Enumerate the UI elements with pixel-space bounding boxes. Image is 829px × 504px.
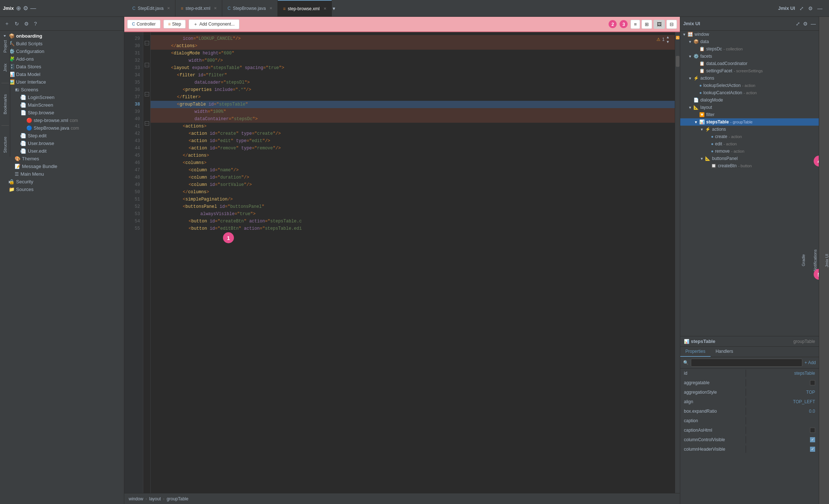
ctree-buttonspanel[interactable]: ▼ 📐 buttonsPanel	[680, 155, 819, 162]
code-line-40[interactable]: dataContainer="stepsDc">	[151, 115, 675, 123]
prop-value[interactable]: TOP_LEFT	[746, 398, 819, 405]
code-line-48[interactable]: <column id="duration"/>	[151, 174, 675, 181]
code-line-33[interactable]: <layout expand="stepsTable" spacing="tru…	[151, 64, 675, 72]
code-line-44[interactable]: <action id="remove" type="remove"/>	[151, 145, 675, 152]
code-line-35[interactable]: dataLoader="stepsDl">	[151, 79, 675, 86]
tab-close-icon[interactable]: ✕	[167, 6, 170, 10]
project-tab[interactable]: Project	[3, 40, 7, 53]
captionashtml-checkbox[interactable]	[810, 428, 815, 433]
code-line-32[interactable]: width="800"/>	[151, 57, 675, 64]
tab-handlers[interactable]: Handlers	[711, 347, 738, 357]
label-jmixui[interactable]: Jmix UI	[825, 254, 829, 267]
ctree-lookupcancelaction[interactable]: ● lookupCancelAction - action	[680, 89, 819, 96]
code-line-41[interactable]: <actions>	[151, 123, 675, 130]
code-line-51[interactable]: <simplePagination/>	[151, 196, 675, 203]
ctree-layout[interactable]: ▼ 📐 layout	[680, 104, 819, 111]
image-view-btn[interactable]: 🖼	[654, 20, 665, 29]
tab-stepedidjava[interactable]: C StepEdit.java ✕	[127, 0, 175, 16]
code-line-37[interactable]: </filter>	[151, 93, 675, 101]
code-line-46[interactable]: <columns>	[151, 159, 675, 167]
gutter-fold4[interactable]: —	[143, 120, 150, 127]
settings-icon[interactable]: ⚙	[23, 5, 28, 12]
ctree-createbtn[interactable]: 🔲 createBtn - button	[680, 162, 819, 169]
code-line-50[interactable]: </columns>	[151, 188, 675, 196]
breadcrumb-grouptable[interactable]: groupTable	[167, 496, 188, 501]
code-line-38[interactable]: <groupTable id="stepsTable"	[151, 101, 675, 108]
settings-icon[interactable]: ⚙	[807, 5, 814, 12]
jmix-tab[interactable]: Jmix	[3, 64, 7, 72]
tab-stepeditxml[interactable]: ≡ step-edit.xml ✕	[175, 0, 222, 16]
code-line-47[interactable]: <column id="name"/>	[151, 167, 675, 174]
tab-properties[interactable]: Properties	[680, 347, 711, 357]
code-line-34[interactable]: <filter id="filter"	[151, 72, 675, 79]
label-notifications[interactable]: Notifications	[813, 249, 817, 271]
sidebar-item-sources[interactable]: 📁 Sources	[0, 186, 124, 193]
tab-close-icon[interactable]: ✕	[269, 6, 272, 10]
ctree-remove[interactable]: ● remove - action	[680, 148, 819, 155]
gutter-fold3[interactable]: —	[143, 91, 150, 98]
code-line-36[interactable]: <properties include=".*"/>	[151, 86, 675, 93]
code-line-54[interactable]: <button id="createBtn" action="stepsTabl…	[151, 218, 675, 225]
ctree-facets[interactable]: ▼ ⚙️ facets	[680, 53, 819, 60]
code-line-55[interactable]: <button id="editBtn" action="stepsTable.…	[151, 225, 675, 232]
prop-value[interactable]: TOP	[746, 389, 819, 396]
add-prop-btn[interactable]: + Add	[805, 360, 816, 365]
sidebar-item-security[interactable]: ▶ 🔒 Security	[0, 178, 124, 186]
ctree-dialogmode[interactable]: 📄 dialogMode	[680, 96, 819, 104]
code-line-42[interactable]: <action id="create" type="create"/>	[151, 130, 675, 137]
sidebar-item-stepbrowse[interactable]: ▼ 📄 Step.browse	[0, 109, 124, 117]
tab-close-icon[interactable]: ✕	[323, 7, 326, 11]
sidebar-item-useredit[interactable]: ▶ 📄 User.edit	[0, 147, 124, 155]
code-line-49[interactable]: <column id="sortValue"/>	[151, 181, 675, 188]
project-icon[interactable]: ⊕	[16, 5, 21, 12]
minimize-right-icon[interactable]: —	[817, 5, 823, 12]
code-line-39[interactable]: width="100%"	[151, 108, 675, 115]
add-btn[interactable]: ＋	[3, 20, 11, 28]
split-view-btn[interactable]: ⊞	[641, 20, 652, 29]
code-line-29[interactable]: icon="LOOKUP_CANCEL"/>	[151, 35, 675, 42]
ctree-create[interactable]: ● create - action	[680, 133, 819, 140]
sidebar-item-datamodel[interactable]: ▶ 📊 Data Model	[0, 70, 124, 78]
minimize-icon[interactable]: —	[30, 5, 36, 12]
sidebar-item-themes[interactable]: 🎨 Themes	[0, 155, 124, 163]
ctree-settingsfacet[interactable]: 📋 settingsFacet - screenSettings	[680, 67, 819, 75]
breadcrumb-layout[interactable]: layout	[149, 496, 161, 501]
sidebar-item-stepbrowsejava[interactable]: 🔵 StepBrowse.java com	[0, 124, 124, 132]
tab-close-icon[interactable]: ✕	[214, 6, 217, 10]
tab-stepbrowsejava[interactable]: C StepBrowse.java ✕	[222, 0, 278, 16]
list-view-btn[interactable]: ≡	[631, 20, 640, 29]
settings-btn[interactable]: ⚙	[23, 20, 30, 27]
code-line-43[interactable]: <action id="edit" type="edit"/>	[151, 137, 675, 145]
gutter-fold[interactable]: —	[143, 39, 150, 47]
prop-value[interactable]	[746, 436, 819, 443]
sidebar-item-screens[interactable]: ▼ 🗂 Screens	[0, 86, 124, 93]
sidebar-item-addons[interactable]: ▶ 🧩 Add-ons	[0, 55, 124, 63]
step-btn[interactable]: ≡ Step	[163, 20, 186, 28]
ctree-filter[interactable]: 🔽 filter	[680, 111, 819, 118]
bookmarks-tab[interactable]: Bookmarks	[3, 94, 7, 114]
ctree-stepsdc[interactable]: 📋 stepsDc - collection	[680, 45, 819, 53]
code-line-52[interactable]: <buttonsPanel id="buttonsPanel"	[151, 203, 675, 210]
props-search-input[interactable]	[691, 359, 802, 367]
sidebar-item-stepedit[interactable]: ▶ 📄 Step.edit	[0, 132, 124, 140]
code-line-45[interactable]: </actions>	[151, 152, 675, 159]
columnheadervisible-checkbox[interactable]	[810, 447, 815, 452]
sidebar-item-datastores[interactable]: ▶ 🗄️ Data Stores	[0, 63, 124, 70]
sidebar-item-onboarding[interactable]: ▼ 📦 onboarding	[0, 32, 124, 40]
minimize-panel-btn[interactable]: —	[811, 21, 816, 27]
prop-value[interactable]	[746, 379, 819, 386]
sidebar-item-buildscripts[interactable]: ▶ 🔨 Build Scripts	[0, 40, 124, 47]
scroll-up-icon[interactable]: ▲	[666, 35, 670, 39]
ctree-stepstable[interactable]: ▼ 📊 stepsTable - groupTable	[680, 118, 819, 126]
sidebar-item-userinterface[interactable]: ▼ 🖼️ User Interface	[0, 78, 124, 86]
sidebar-item-messagebundle[interactable]: 📝 Message Bundle	[0, 163, 124, 170]
prop-value[interactable]	[746, 420, 819, 422]
editor-scrollbar[interactable]: ⚠	[675, 32, 680, 493]
breadcrumb-window[interactable]: window	[129, 496, 143, 501]
expand-panel-btn[interactable]: ⤢	[796, 21, 800, 27]
sidebar-item-loginscreen[interactable]: ▶ 📄 LoginScreen	[0, 93, 124, 101]
ctree-dataloadcoordinator[interactable]: 📋 dataLoadCoordinator	[680, 60, 819, 67]
ctree-window[interactable]: ▼ 🪟 window	[680, 31, 819, 38]
sidebar-item-stepbrowsexml[interactable]: 🔴 step-browse.xml com	[0, 117, 124, 124]
sidebar-item-userbrowse[interactable]: ▶ 📄 User.browse	[0, 140, 124, 147]
